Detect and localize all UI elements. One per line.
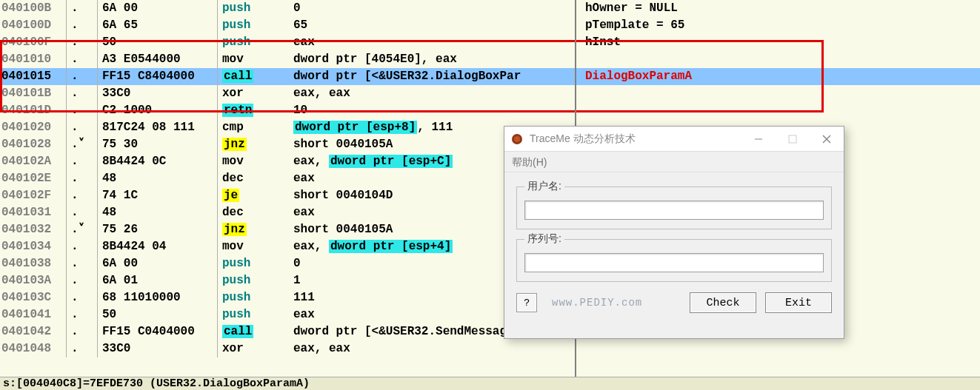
operands: eax, eax: [289, 85, 578, 102]
address: 0401042: [0, 323, 67, 340]
menu-help[interactable]: 帮助(H): [512, 156, 547, 168]
address: 040100B: [0, 0, 67, 17]
bytes: 33C0: [98, 340, 218, 357]
marker: .: [67, 85, 98, 102]
comment: DialogBoxParamA: [578, 68, 980, 85]
address: 040102E: [0, 170, 67, 187]
dialog-menubar[interactable]: 帮助(H): [504, 152, 844, 172]
address: 0401038: [0, 255, 67, 272]
disasm-row[interactable]: 0401015.FF15 C8404000calldword ptr [<&US…: [0, 68, 980, 85]
address: 0401031: [0, 204, 67, 221]
bytes: C2 1000: [98, 102, 218, 119]
operands: 0: [289, 0, 578, 17]
bytes: FF15 C0404000: [98, 323, 218, 340]
username-input[interactable]: [524, 201, 824, 220]
address: 0401034: [0, 238, 67, 255]
operands: eax, eax: [289, 340, 578, 357]
bytes: 74 1C: [98, 187, 218, 204]
marker: .: [67, 0, 98, 17]
traceme-dialog: TraceMe 动态分析技术 帮助(H) 用户名: 序列号: ? www.PED…: [504, 126, 844, 339]
disasm-row[interactable]: 040100D.6A 65push65pTemplate = 65: [0, 17, 980, 34]
mnemonic: dec: [218, 204, 289, 221]
username-group: 用户名:: [516, 180, 832, 229]
bytes: 6A 65: [98, 17, 218, 34]
mnemonic: je: [218, 187, 289, 204]
marker: .: [67, 204, 98, 221]
marker: .: [67, 102, 98, 119]
bytes: 50: [98, 306, 218, 323]
address: 040101D: [0, 102, 67, 119]
operands: dword ptr [4054E0], eax: [289, 51, 578, 68]
marker: .: [67, 17, 98, 34]
dialog-title: TraceMe 动态分析技术: [530, 132, 741, 146]
dialog-body: 用户名: 序列号: ? www.PEDIY.com Check Exit: [504, 172, 844, 320]
marker: .: [67, 170, 98, 187]
address: 0401015: [0, 68, 67, 85]
mnemonic: dec: [218, 170, 289, 187]
serial-group: 序列号:: [516, 232, 832, 282]
comment: pTemplate = 65: [578, 17, 980, 34]
disasm-row[interactable]: 0401048.33C0xoreax, eax: [0, 340, 980, 357]
app-icon: [510, 132, 524, 146]
address: 040101B: [0, 85, 67, 102]
mnemonic: mov: [218, 238, 289, 255]
bytes: 50: [98, 34, 218, 51]
marker: .: [67, 51, 98, 68]
status-bar: s:[004040C8]=7EFDE730 (USER32.DialogBoxP…: [0, 377, 980, 390]
bytes: 68 11010000: [98, 289, 218, 306]
exit-button[interactable]: Exit: [765, 292, 832, 313]
help-button[interactable]: ?: [516, 293, 537, 312]
comment: hInst: [578, 34, 980, 51]
address: 040102A: [0, 153, 67, 170]
svg-point-1: [514, 136, 520, 142]
marker: .: [67, 34, 98, 51]
bytes: 48: [98, 204, 218, 221]
mnemonic: mov: [218, 153, 289, 170]
dialog-button-row: ? www.PEDIY.com Check Exit: [516, 292, 832, 313]
address: 0401048: [0, 340, 67, 357]
mnemonic: xor: [218, 85, 289, 102]
mnemonic: cmp: [218, 119, 289, 136]
check-button[interactable]: Check: [690, 292, 756, 313]
close-button[interactable]: [810, 127, 844, 152]
marker: .: [67, 289, 98, 306]
maximize-button[interactable]: [776, 127, 810, 152]
operands: 10: [289, 102, 578, 119]
address: 0401032: [0, 221, 67, 238]
pediy-link[interactable]: www.PEDIY.com: [552, 297, 642, 309]
address: 040103C: [0, 289, 67, 306]
mnemonic: push: [218, 0, 289, 17]
marker: .: [67, 68, 98, 85]
address: 0401041: [0, 306, 67, 323]
mnemonic: push: [218, 289, 289, 306]
disasm-row[interactable]: 040100F.50pusheaxhInst: [0, 34, 980, 51]
bytes: 6A 01: [98, 272, 218, 289]
minimize-button[interactable]: [741, 127, 776, 152]
address: 040100F: [0, 34, 67, 51]
bytes: 33C0: [98, 85, 218, 102]
marker: .˅: [67, 221, 98, 238]
address: 040102F: [0, 187, 67, 204]
mnemonic: push: [218, 34, 289, 51]
mnemonic: jnz: [218, 136, 289, 153]
disasm-row[interactable]: 040101B.33C0xoreax, eax: [0, 85, 980, 102]
disasm-row[interactable]: 040100B.6A 00push0hOwner = NULL: [0, 0, 980, 17]
disasm-row[interactable]: 040101D.C2 1000retn10: [0, 102, 980, 119]
bytes: FF15 C8404000: [98, 68, 218, 85]
svg-rect-3: [789, 135, 796, 143]
marker: .: [67, 306, 98, 323]
address: 0401028: [0, 136, 67, 153]
dialog-titlebar[interactable]: TraceMe 动态分析技术: [504, 127, 844, 152]
address: 0401010: [0, 51, 67, 68]
bytes: 75 30: [98, 136, 218, 153]
serial-input[interactable]: [524, 253, 824, 272]
serial-label: 序列号:: [524, 232, 564, 246]
disasm-row[interactable]: 0401010.A3 E0544000movdword ptr [4054E0]…: [0, 51, 980, 68]
status-text: s:[004040C8]=7EFDE730 (USER32.DialogBoxP…: [3, 377, 310, 390]
marker: .: [67, 255, 98, 272]
address: 0401020: [0, 119, 67, 136]
comment: [578, 102, 980, 119]
mnemonic: push: [218, 272, 289, 289]
marker: .: [67, 340, 98, 357]
mnemonic: jnz: [218, 221, 289, 238]
